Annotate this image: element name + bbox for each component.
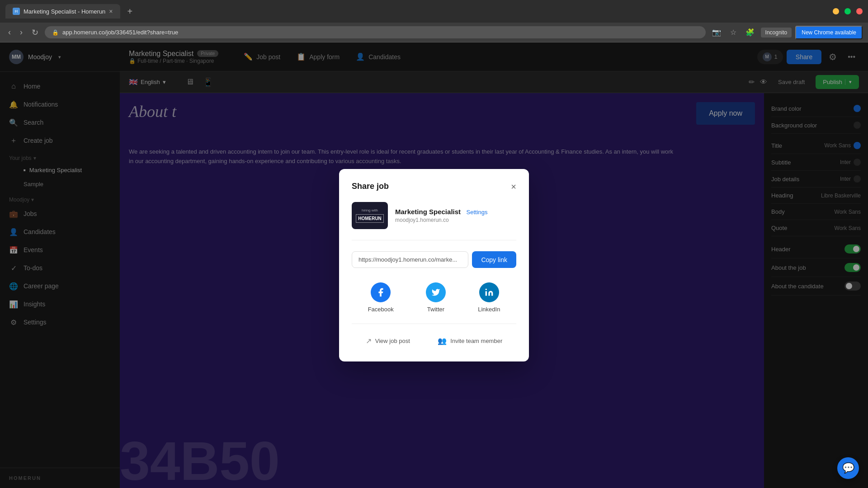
- new-chrome-btn[interactable]: New Chrome available: [795, 26, 863, 39]
- social-share-section: Facebook Twitter LinkedIn: [352, 279, 516, 324]
- extensions-icon[interactable]: 🧩: [743, 26, 757, 38]
- linkedin-icon: [479, 282, 499, 302]
- invite-icon: 👥: [438, 337, 447, 345]
- twitter-share-btn[interactable]: Twitter: [426, 282, 446, 313]
- external-link-icon: ↗: [366, 337, 372, 345]
- url-text: app.homerun.co/job/336451/edit?share=tru…: [62, 29, 178, 36]
- tab-favicon: H: [13, 8, 20, 15]
- facebook-share-btn[interactable]: Facebook: [368, 282, 394, 313]
- invite-team-label: Invite team member: [450, 338, 502, 344]
- svg-point-0: [485, 289, 486, 290]
- job-preview: hiring with HOMERUN Marketing Specialist…: [352, 202, 516, 240]
- chat-icon: 💬: [842, 462, 854, 474]
- view-job-post-label: View job post: [375, 338, 410, 344]
- modal-settings-link[interactable]: Settings: [467, 209, 488, 216]
- incognito-btn[interactable]: Incognito: [761, 28, 792, 38]
- link-input-field[interactable]: [352, 251, 468, 268]
- camera-icon[interactable]: 📷: [709, 26, 724, 38]
- job-thumbnail: hiring with HOMERUN: [352, 202, 388, 229]
- bookmark-icon[interactable]: ☆: [727, 26, 739, 38]
- view-job-post-btn[interactable]: ↗ View job post: [359, 333, 417, 349]
- minimize-btn[interactable]: [833, 8, 839, 14]
- modal-actions: ↗ View job post 👥 Invite team member: [352, 324, 516, 349]
- linkedin-label: LinkedIn: [478, 306, 500, 313]
- modal-header: Share job ×: [352, 182, 516, 191]
- thumbnail-brand-text: HOMERUN: [356, 214, 384, 223]
- toolbar-actions: 📷 ☆ 🧩 Incognito New Chrome available: [709, 26, 863, 39]
- chat-widget-btn[interactable]: 💬: [837, 457, 859, 479]
- close-window-btn[interactable]: [856, 8, 863, 14]
- modal-job-title-row: Marketing Specialist Settings: [395, 208, 516, 216]
- lock-icon: 🔒: [52, 29, 59, 36]
- address-bar[interactable]: 🔒 app.homerun.co/job/336451/edit?share=t…: [45, 26, 706, 38]
- maximize-btn[interactable]: [844, 8, 851, 14]
- link-copy-row: Copy link: [352, 251, 516, 268]
- share-job-modal: Share job × hiring with HOMERUN Marketin…: [339, 169, 529, 361]
- modal-overlay[interactable]: Share job × hiring with HOMERUN Marketin…: [0, 42, 868, 488]
- modal-title: Share job: [352, 182, 389, 191]
- browser-chrome: H Marketing Specialist - Homerun × +: [0, 0, 868, 23]
- thumbnail-hiring-text: hiring with: [356, 208, 384, 213]
- reload-btn[interactable]: ↻: [29, 26, 41, 39]
- facebook-label: Facebook: [368, 306, 394, 313]
- invite-team-btn[interactable]: 👥 Invite team member: [430, 333, 509, 349]
- browser-tab[interactable]: H Marketing Specialist - Homerun ×: [5, 4, 120, 19]
- browser-toolbar: ‹ › ↻ 🔒 app.homerun.co/job/336451/edit?s…: [0, 23, 868, 42]
- facebook-icon: [371, 282, 391, 302]
- linkedin-share-btn[interactable]: LinkedIn: [478, 282, 500, 313]
- back-btn[interactable]: ‹: [5, 26, 14, 39]
- twitter-icon: [426, 282, 446, 302]
- copy-link-btn[interactable]: Copy link: [472, 251, 516, 268]
- modal-close-btn[interactable]: ×: [511, 182, 516, 191]
- job-info: Marketing Specialist Settings moodjoy1.h…: [395, 208, 516, 223]
- new-tab-btn[interactable]: +: [124, 5, 137, 19]
- forward-btn[interactable]: ›: [17, 26, 25, 39]
- window-controls: [833, 8, 863, 14]
- thumbnail-content: hiring with HOMERUN: [354, 206, 386, 224]
- twitter-label: Twitter: [427, 306, 444, 313]
- close-tab-btn[interactable]: ×: [109, 8, 113, 15]
- tab-title: Marketing Specialist - Homerun: [24, 8, 105, 15]
- modal-job-url: moodjoy1.homerun.co: [395, 217, 516, 223]
- modal-job-title: Marketing Specialist: [395, 208, 461, 216]
